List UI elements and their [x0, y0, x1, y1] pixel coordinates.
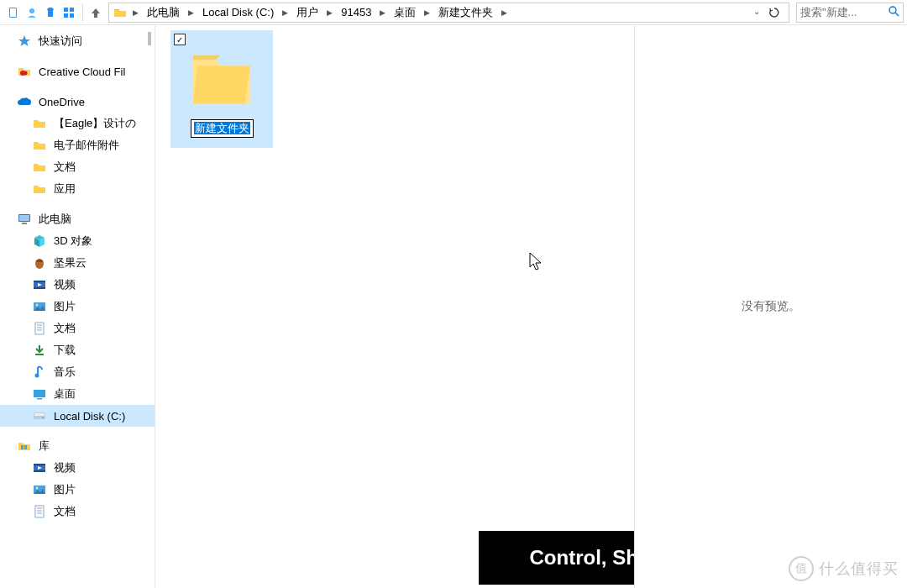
star-icon: [17, 34, 32, 49]
scrollbar[interactable]: [146, 29, 153, 54]
sidebar-thispc-child[interactable]: 下载: [0, 339, 155, 361]
folder-item[interactable]: ✓ 新建文件夹: [170, 30, 273, 148]
svg-rect-17: [34, 287, 45, 289]
sidebar-thispc-child[interactable]: 文档: [0, 318, 155, 339]
breadcrumb-label: 此电脑: [147, 5, 180, 20]
svg-rect-39: [35, 506, 44, 517]
sidebar-onedrive-child[interactable]: 电子邮件附件: [0, 134, 155, 156]
sidebar-libraries-child[interactable]: 视频: [0, 457, 155, 479]
breadcrumb-label: 91453: [341, 6, 371, 18]
breadcrumb-item[interactable]: 91453: [338, 3, 375, 22]
person-icon[interactable]: [25, 6, 39, 19]
pictures-icon: [32, 299, 47, 314]
cursor-icon: [529, 252, 544, 275]
item-checkbox[interactable]: ✓: [174, 34, 186, 45]
chevron-right-icon[interactable]: ▶: [421, 8, 433, 17]
video-lib-icon: [32, 460, 47, 475]
folder-icon: [32, 138, 47, 153]
svg-rect-32: [21, 445, 24, 449]
folder-icon: [32, 160, 47, 175]
disk-icon: [32, 408, 47, 423]
rename-text: 新建文件夹: [194, 122, 250, 134]
svg-rect-35: [34, 464, 45, 465]
chevron-down-icon[interactable]: ⌄: [750, 7, 763, 16]
nut-icon: [32, 255, 47, 270]
sidebar-item-label: 应用: [54, 181, 76, 197]
breadcrumb-item[interactable]: 用户: [293, 3, 322, 22]
search-icon: [889, 6, 899, 19]
breadcrumb[interactable]: ▶ 此电脑 ▶ Local Disk (C:) ▶ 用户 ▶ 91453 ▶ 桌…: [108, 3, 789, 23]
content-pane[interactable]: ✓ 新建文件夹 Control, Shift + n: [155, 25, 634, 588]
sidebar-item-label: 库: [39, 438, 50, 454]
sidebar-item-label: 3D 对象: [54, 234, 92, 249]
breadcrumb-item[interactable]: Local Disk (C:): [199, 3, 277, 22]
folder-icon: [32, 181, 47, 197]
svg-rect-12: [19, 215, 29, 221]
up-button[interactable]: [87, 3, 105, 22]
sidebar-this-pc[interactable]: 此电脑: [0, 208, 155, 230]
pictures-lib-icon: [32, 482, 47, 497]
svg-line-8: [895, 13, 899, 16]
chevron-right-icon[interactable]: ▶: [376, 8, 389, 17]
sidebar-creative-cloud[interactable]: Creative Cloud Fil: [0, 60, 155, 82]
svg-rect-5: [64, 13, 68, 18]
this-pc-icon: [17, 212, 32, 227]
new-file-icon[interactable]: [7, 6, 20, 19]
sidebar-quick-access[interactable]: 快速访问: [0, 30, 155, 52]
onedrive-icon: [17, 94, 32, 109]
sidebar-item-label: 电子邮件附件: [54, 138, 119, 153]
svg-point-38: [36, 487, 39, 490]
chevron-right-icon[interactable]: ▶: [323, 8, 336, 17]
sidebar-onedrive-child[interactable]: 应用: [0, 178, 155, 200]
svg-rect-20: [35, 323, 44, 334]
svg-point-10: [24, 71, 28, 76]
sidebar-thispc-child[interactable]: 坚果云: [0, 252, 155, 274]
sidebar-item-label: OneDrive: [39, 96, 85, 108]
sidebar-onedrive[interactable]: OneDrive: [0, 91, 155, 113]
sidebar-item-label: 桌面: [54, 386, 76, 402]
preview-empty-text: 没有预览。: [742, 299, 800, 314]
docs-icon: [32, 321, 47, 336]
chevron-right-icon[interactable]: ▶: [185, 8, 197, 17]
shirt-icon[interactable]: [44, 6, 57, 19]
video-icon: [32, 277, 47, 292]
sidebar-libraries-child[interactable]: 文档: [0, 501, 155, 522]
docs-lib-icon: [32, 504, 47, 519]
main-area: 快速访问 Creative Cloud Fil OneDrive 【Eagle】…: [0, 25, 907, 588]
chevron-right-icon[interactable]: ▶: [129, 8, 142, 17]
sidebar-item-label: 文档: [54, 160, 76, 175]
folder-icon: [32, 116, 47, 131]
chevron-right-icon[interactable]: ▶: [498, 8, 511, 17]
sidebar-thispc-child[interactable]: Local Disk (C:): [0, 405, 155, 427]
breadcrumb-item[interactable]: 此电脑: [144, 3, 183, 22]
sidebar-libraries-child[interactable]: 图片: [0, 479, 155, 501]
svg-rect-30: [34, 413, 45, 416]
nav-sidebar: 快速访问 Creative Cloud Fil OneDrive 【Eagle】…: [0, 25, 155, 588]
rename-input[interactable]: 新建文件夹: [191, 119, 254, 138]
breadcrumb-label: 桌面: [394, 5, 416, 20]
sidebar-thispc-child[interactable]: 图片: [0, 296, 155, 318]
sidebar-thispc-child[interactable]: 音乐: [0, 361, 155, 383]
svg-rect-13: [22, 223, 27, 224]
refresh-icon[interactable]: [765, 3, 784, 22]
separator: [82, 3, 83, 22]
svg-point-31: [42, 417, 44, 418]
chevron-right-icon[interactable]: ▶: [279, 8, 291, 17]
watermark-text: 什么值得买: [819, 559, 899, 579]
svg-point-2: [29, 8, 34, 13]
sidebar-item-label: 文档: [54, 504, 76, 519]
sidebar-thispc-child[interactable]: 3D 对象: [0, 230, 155, 252]
sidebar-thispc-child[interactable]: 桌面: [0, 383, 155, 405]
breadcrumb-item[interactable]: 桌面: [391, 3, 419, 22]
music-icon: [32, 365, 47, 380]
sidebar-libraries[interactable]: 库: [0, 435, 155, 457]
breadcrumb-item[interactable]: 新建文件夹: [435, 3, 496, 22]
search-input[interactable]: 搜索"新建...: [796, 3, 904, 23]
grid-icon[interactable]: [62, 6, 76, 19]
sidebar-onedrive-child[interactable]: 【Eagle】设计の: [0, 113, 155, 134]
sidebar-onedrive-child[interactable]: 文档: [0, 156, 155, 178]
downloads-icon: [32, 343, 47, 358]
svg-rect-27: [34, 390, 45, 397]
sidebar-thispc-child[interactable]: 视频: [0, 274, 155, 296]
hotkey-overlay: Control, Shift + n: [479, 531, 634, 585]
